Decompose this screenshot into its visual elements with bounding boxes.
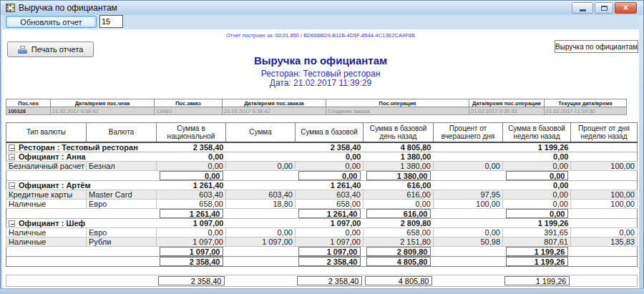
total-cell: 1 199,26 bbox=[503, 246, 571, 256]
total-cell bbox=[434, 256, 503, 266]
amount-cell: 1 199,26 bbox=[503, 218, 571, 227]
amount-cell: 1 261,40 bbox=[296, 180, 364, 190]
total-value-box: 2 809,80 bbox=[366, 247, 431, 256]
total-value-box: 1 199,26 bbox=[506, 257, 568, 266]
footer-cell bbox=[571, 275, 638, 287]
total-cell bbox=[434, 246, 503, 256]
empty-cell bbox=[6, 208, 157, 218]
pos-info-table-header: Пос.чекДата/время пос.чекаПос.заказДата/… bbox=[6, 99, 627, 107]
amount-cell: 0,00 bbox=[503, 180, 571, 190]
amount-cell: 100,00 bbox=[571, 161, 638, 170]
close-icon: × bbox=[623, 4, 628, 12]
amount-cell bbox=[226, 142, 296, 152]
maximize-button[interactable] bbox=[595, 2, 613, 14]
amount-cell: 1 097,00 bbox=[157, 218, 226, 227]
total-value-box: 0,00 bbox=[506, 171, 568, 180]
collapse-icon[interactable] bbox=[9, 144, 15, 151]
amount-cell: 658,00 bbox=[157, 199, 226, 208]
amount-cell: 2 809,80 bbox=[364, 218, 434, 227]
table-row: 2 358,402 358,404 805,801 199,26 bbox=[6, 256, 638, 266]
cell: 100328 bbox=[6, 107, 51, 115]
table-row: Ресторан : Тестовый ресторан2 358,402 35… bbox=[6, 142, 638, 152]
amount-cell: 807,61 bbox=[503, 237, 571, 246]
amount-cell: 0,00 bbox=[364, 199, 434, 208]
table-row: Официант : Анна0,000,001 380,000,00 bbox=[6, 152, 638, 161]
amount-cell: 100,00 bbox=[571, 199, 638, 208]
amount-cell: 1 097,00 bbox=[296, 237, 364, 246]
table-row: Безналичный расчетБезнал0,000,000,001 38… bbox=[6, 161, 638, 170]
group-label-cell: Официант : Шеф bbox=[6, 218, 157, 227]
app-icon bbox=[6, 4, 15, 12]
amount-cell: 0,00 bbox=[296, 152, 364, 161]
printer-icon bbox=[18, 46, 27, 54]
amount-cell: 1 097,00 bbox=[157, 237, 226, 246]
revenue-table-header: Тип валютыВалютаСумма в национальнойСумм… bbox=[6, 123, 638, 142]
amount-cell: 0,00 bbox=[296, 227, 364, 237]
total-value-box: 0,00 bbox=[298, 171, 361, 180]
total-cell bbox=[226, 246, 296, 256]
minimize-button[interactable] bbox=[572, 2, 593, 14]
footer-cell bbox=[434, 275, 503, 287]
amount-cell bbox=[226, 218, 296, 227]
amount-cell: 391,65 bbox=[503, 227, 571, 237]
amount-cell: 1 380,00 bbox=[364, 152, 434, 161]
total-value-box: 1 097,00 bbox=[160, 247, 223, 256]
amount-cell: 2 358,40 bbox=[296, 142, 364, 152]
total-cell: 0,00 bbox=[503, 170, 571, 180]
total-cell: 1 261,40 bbox=[157, 208, 226, 218]
column-header: Сумма в базовой неделю назад bbox=[503, 123, 571, 142]
refresh-interval-input[interactable] bbox=[99, 15, 123, 28]
table-row: Официант : Артём1 261,401 261,40616,000,… bbox=[6, 180, 638, 190]
table-header-row: Пос.чекДата/время пос.чекаПос.заказДата/… bbox=[6, 99, 627, 107]
total-cell: 2 809,80 bbox=[364, 246, 434, 256]
pos-info-table: Пос.чекДата/время пос.чекаПос.заказДата/… bbox=[6, 99, 627, 115]
collapse-icon[interactable] bbox=[9, 154, 15, 160]
amount-cell: 616,00 bbox=[364, 190, 434, 199]
table-row: Кредитные картыMaster Card603,40603,4060… bbox=[6, 190, 638, 199]
amount-cell: 603,40 bbox=[157, 190, 226, 199]
app-window: Выручка по официантам × Обновлять отчет … bbox=[0, 0, 644, 294]
column-header: Сумма в базовой день назад bbox=[364, 123, 434, 142]
total-cell bbox=[434, 208, 503, 218]
amount-cell: 0,00 bbox=[434, 227, 503, 237]
footer-value-box: 1 199,26 bbox=[504, 276, 570, 285]
total-value-box: 2 358,40 bbox=[298, 257, 361, 266]
collapse-icon[interactable] bbox=[9, 220, 15, 227]
report-build-info: Отчет построен за: 00:01.850 / BD666BD9-… bbox=[2, 32, 639, 39]
window-body: Обновлять отчет Отчет построен за: 00:01… bbox=[2, 15, 639, 288]
refresh-report-button[interactable]: Обновлять отчет bbox=[6, 16, 97, 28]
currency-cell: Безнал bbox=[87, 161, 157, 170]
report-restaurant-line: Ресторан: Тестовый ресторан bbox=[2, 69, 639, 79]
total-cell: 1 097,00 bbox=[296, 246, 364, 256]
amount-cell: 1 097,00 bbox=[226, 237, 296, 246]
amount-cell: 2 151,80 bbox=[364, 237, 434, 246]
column-header: Дата/время пос.операции bbox=[469, 99, 545, 107]
total-value-box: 0,00 bbox=[506, 209, 568, 218]
currency-type-cell: Кредитные карты bbox=[6, 190, 87, 199]
cell: 1348/1 bbox=[155, 107, 223, 115]
empty-cell bbox=[6, 170, 157, 180]
footer-totals-row: 2 358,402 358,404 805,801 199,26 bbox=[6, 275, 638, 287]
amount-cell: 0,00 bbox=[503, 190, 571, 199]
revenue-table-body: Ресторан : Тестовый ресторан2 358,402 35… bbox=[6, 142, 638, 267]
currency-type-cell: Наличные bbox=[6, 237, 87, 246]
amount-cell: 100,00 bbox=[571, 190, 638, 199]
total-value-box: 1 380,00 bbox=[366, 171, 431, 180]
table-row: НаличныеРубли1 097,001 097,001 097,002 1… bbox=[6, 237, 638, 246]
total-cell: 1 199,26 bbox=[503, 256, 571, 266]
amount-cell: 97,95 bbox=[434, 190, 503, 199]
cell: 21.02.2017 11:39:30 bbox=[545, 107, 627, 115]
close-button[interactable]: × bbox=[615, 2, 637, 14]
collapse-icon[interactable] bbox=[9, 182, 15, 189]
total-cell: 2 358,40 bbox=[157, 256, 226, 266]
report-type-button[interactable]: Выручка по официантам bbox=[555, 40, 638, 53]
column-header: Пос.чек bbox=[6, 99, 51, 107]
total-cell bbox=[434, 170, 503, 180]
amount-cell: 0,00 bbox=[226, 161, 296, 170]
column-header: Текущая дата/время bbox=[545, 99, 627, 107]
amount-cell bbox=[571, 218, 638, 227]
column-header: Процент от дня неделю назад bbox=[571, 123, 638, 142]
amount-cell: 658,00 bbox=[296, 199, 364, 208]
amount-cell bbox=[434, 218, 503, 227]
window-titlebar: Выручка по официантам × bbox=[1, 1, 643, 15]
